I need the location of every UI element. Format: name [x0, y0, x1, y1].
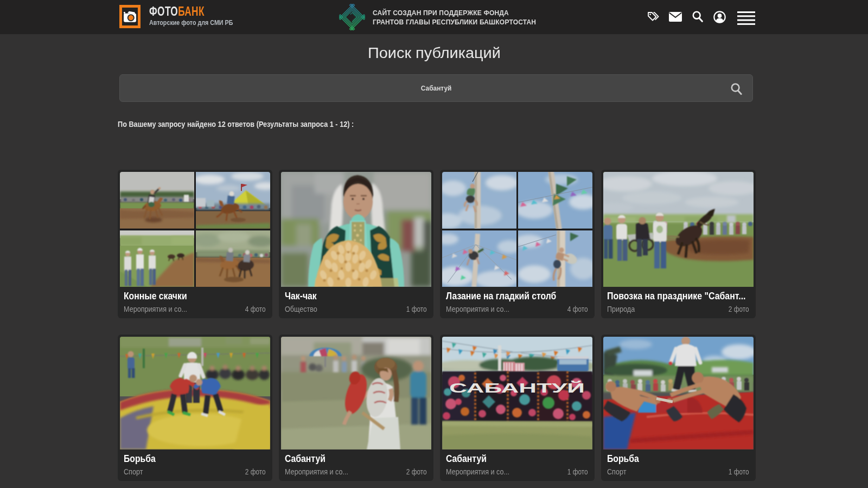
svg-text:САБАНТУЙ: САБАНТУЙ	[449, 381, 585, 395]
